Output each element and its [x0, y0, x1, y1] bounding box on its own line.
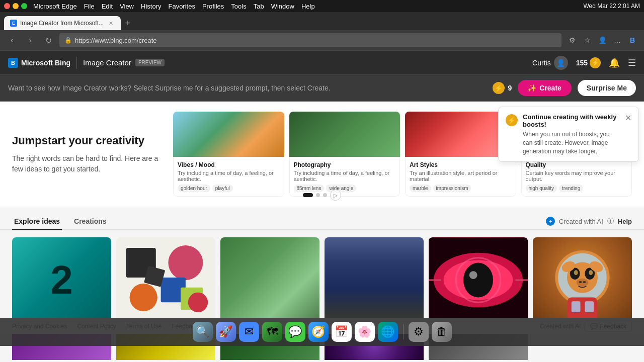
mac-menu-tools[interactable]: Tools	[231, 3, 246, 10]
jumpstart-description: The right words can be hard to find. Her…	[12, 153, 163, 174]
tab-explore-ideas[interactable]: Explore ideas	[12, 213, 62, 230]
dock-launchpad-icon[interactable]: 🚀	[216, 322, 236, 342]
art-card-desc: Try an illustration style, art period or…	[410, 170, 512, 182]
forward-button[interactable]: ›	[23, 33, 37, 47]
address-bar[interactable]: 🔒 https://www.bing.com/create	[59, 33, 561, 47]
notification-bell-icon[interactable]: 🔔	[609, 57, 620, 68]
mac-window-controls[interactable]	[4, 3, 27, 9]
art-tag-1[interactable]: impressionism	[433, 185, 471, 192]
mac-menu-profiles[interactable]: Profiles	[202, 3, 224, 10]
dock-safari-icon[interactable]: 🧭	[308, 322, 329, 342]
tooltip-close-button[interactable]: ✕	[625, 113, 631, 123]
grid-item-dog[interactable]	[533, 237, 632, 323]
surprise-label: Surprise Me	[587, 84, 627, 92]
header-right: Curtis 👤 155 ⚡ 🔔 ☰	[532, 56, 636, 70]
vibes-tag-1[interactable]: playful	[212, 185, 233, 192]
maximize-dot[interactable]	[21, 3, 27, 9]
svg-rect-28	[585, 301, 594, 312]
svg-point-22	[579, 281, 582, 283]
boost-count: 155 ⚡	[576, 57, 601, 68]
carousel-dot-2[interactable]	[316, 193, 320, 197]
svg-point-5	[188, 293, 208, 312]
tooltip-text: When you run out of boosts, you can stil…	[523, 130, 620, 155]
boost-counter-icon: ⚡	[493, 82, 505, 94]
browser-favorites-button[interactable]: ☆	[581, 34, 594, 47]
dock-separator	[403, 324, 404, 339]
active-tab[interactable]: E Image Creator from Microsoft... ✕	[4, 16, 121, 30]
mac-menu-history[interactable]: History	[141, 3, 161, 10]
tab-creations[interactable]: Creations	[72, 213, 109, 230]
photo-card-title: Photography	[294, 161, 396, 168]
photo-card-desc: Try including a time of day, a feeling, …	[294, 170, 396, 182]
dock-trash-icon[interactable]: 🗑	[432, 322, 452, 342]
browser-more-button[interactable]: …	[611, 34, 624, 47]
grid-item-number2[interactable]	[12, 237, 111, 323]
quality-tag-0[interactable]: high quality	[526, 185, 557, 192]
browser-profile-button[interactable]: 👤	[596, 34, 609, 47]
bing-logo-text: Microsoft Bing	[21, 59, 70, 67]
grid-item-abstract[interactable]	[116, 237, 215, 323]
mac-menu-window[interactable]: Window	[271, 3, 294, 10]
bing-logo[interactable]: B Microsoft Bing	[8, 58, 70, 68]
art-tag-0[interactable]: marble	[410, 185, 431, 192]
close-dot[interactable]	[4, 3, 10, 9]
boost-counter: ⚡ 9	[493, 82, 512, 94]
category-card-photography[interactable]: Photography Try including a time of day,…	[289, 112, 400, 197]
mac-menu-view[interactable]: View	[120, 3, 134, 10]
dock-system-prefs-icon[interactable]: ⚙	[409, 322, 429, 342]
dock-messages-icon[interactable]: 💬	[285, 322, 305, 342]
vibes-tag-0[interactable]: golden hour	[178, 185, 210, 192]
browser-sidebar-button[interactable]: B	[626, 34, 639, 47]
refresh-button[interactable]: ↻	[41, 33, 55, 47]
carousel-dot-1[interactable]	[303, 193, 313, 197]
quality-tag-1[interactable]: trending	[559, 185, 583, 192]
app-header: B Microsoft Bing Image Creator PREVIEW C…	[0, 51, 644, 75]
user-avatar[interactable]: 👤	[554, 56, 568, 70]
tab-close-button[interactable]: ✕	[107, 19, 115, 27]
browser-extensions-button[interactable]: ⚙	[566, 34, 579, 47]
grid-item-eye[interactable]	[429, 237, 528, 323]
back-button[interactable]: ‹	[5, 33, 19, 47]
lock-icon: 🔒	[64, 37, 72, 44]
carousel-dot-3[interactable]	[323, 193, 327, 197]
user-info[interactable]: Curtis 👤	[532, 56, 568, 70]
svg-point-21	[577, 279, 589, 287]
carousel-play-button[interactable]: ▷	[330, 190, 341, 201]
jumpstart-section: Jumpstart your creativity The right word…	[0, 102, 644, 207]
mac-menu-file[interactable]: File	[84, 3, 95, 10]
browser-nav-bar: ‹ › ↻ 🔒 https://www.bing.com/create ⚙ ☆ …	[0, 30, 644, 50]
jumpstart-title: Jumpstart your creativity	[12, 134, 163, 147]
mac-menu-help[interactable]: Help	[301, 3, 315, 10]
boost-lightning-icon: ⚡	[590, 57, 601, 68]
art-card-title: Art Styles	[410, 161, 512, 168]
tooltip-content: Continue creating with weekly boosts! Wh…	[523, 113, 620, 155]
mac-menu-favorites[interactable]: Favorites	[168, 3, 195, 10]
grid-item-plants[interactable]	[220, 237, 319, 323]
dock-finder-icon[interactable]: 🔍	[193, 322, 213, 342]
tooltip-boost-icon: ⚡	[506, 114, 518, 126]
minimize-dot[interactable]	[13, 3, 19, 9]
grid-item-castle[interactable]	[325, 237, 424, 323]
prompt-placeholder[interactable]: Want to see how Image Creator works? Sel…	[8, 84, 487, 92]
svg-rect-27	[572, 301, 581, 312]
dock-edge-icon[interactable]: 🌐	[378, 322, 398, 342]
mac-menu-edit[interactable]: Edit	[102, 3, 113, 10]
image-plants	[220, 237, 319, 323]
dock-mail-icon[interactable]: ✉	[239, 322, 259, 342]
boost-counter-number: 9	[508, 84, 512, 92]
mac-menu-tab[interactable]: Tab	[254, 3, 264, 10]
continue-creating-tooltip: ⚡ Continue creating with weekly boosts! …	[498, 107, 639, 162]
category-card-vibes[interactable]: Vibes / Mood Try including a time of day…	[173, 112, 284, 197]
hamburger-menu-icon[interactable]: ☰	[628, 57, 636, 68]
help-link[interactable]: Help	[618, 218, 632, 225]
dock-calendar-icon[interactable]: 📅	[332, 322, 352, 342]
surprise-me-button[interactable]: Surprise Me	[578, 80, 636, 96]
tab-bar: E Image Creator from Microsoft... ✕ +	[0, 12, 644, 30]
dock-photos-icon[interactable]: 🌸	[355, 322, 375, 342]
mac-menu-items: Microsoft Edge File Edit View History Fa…	[33, 3, 315, 10]
carousel-dots: ▷	[303, 190, 341, 201]
dock-maps-icon[interactable]: 🗺	[262, 322, 282, 342]
create-button[interactable]: ✨ Create	[518, 80, 572, 96]
new-tab-button[interactable]: +	[121, 16, 135, 30]
art-card-info: Art Styles Try an illustration style, ar…	[405, 157, 516, 197]
